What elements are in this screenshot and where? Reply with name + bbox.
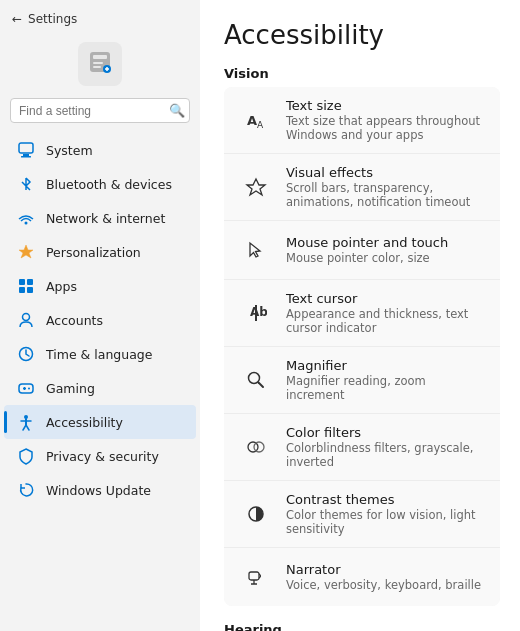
settings-item-text-cursor[interactable]: Ab Text cursor Appearance and thickness,… bbox=[224, 280, 500, 347]
sidebar-item-network[interactable]: Network & internet bbox=[4, 201, 196, 235]
apps-icon bbox=[16, 276, 36, 296]
section-hearing: Hearing Audio Mono audio, audio notifica… bbox=[224, 622, 500, 631]
svg-point-34 bbox=[254, 442, 264, 452]
item-text-text-cursor: Text cursor Appearance and thickness, te… bbox=[286, 291, 486, 335]
sidebar-item-system[interactable]: System bbox=[4, 133, 196, 167]
item-text-narrator: Narrator Voice, verbosity, keyboard, bra… bbox=[286, 562, 481, 592]
svg-point-15 bbox=[23, 314, 30, 321]
item-text-visual-effects: Visual effects Scroll bars, transparency… bbox=[286, 165, 486, 209]
visual-effects-icon bbox=[238, 169, 274, 205]
section-label-vision: Vision bbox=[224, 66, 500, 81]
svg-rect-3 bbox=[93, 66, 101, 68]
settings-item-mouse-pointer[interactable]: Mouse pointer and touch Mouse pointer co… bbox=[224, 221, 500, 280]
svg-point-20 bbox=[28, 388, 30, 390]
sidebar-item-time[interactable]: Time & language bbox=[4, 337, 196, 371]
item-desc-text-size: Text size that appears throughout Window… bbox=[286, 114, 486, 142]
item-title-visual-effects: Visual effects bbox=[286, 165, 486, 180]
page-title: Accessibility bbox=[224, 20, 500, 50]
sidebar-item-label: Network & internet bbox=[46, 211, 165, 226]
sidebar-item-gaming[interactable]: Gaming bbox=[4, 371, 196, 405]
update-icon bbox=[16, 480, 36, 500]
avatar-icon bbox=[85, 49, 115, 79]
svg-rect-36 bbox=[249, 572, 259, 580]
nav-list: System Bluetooth & devices Network & int… bbox=[0, 133, 200, 507]
sidebar-item-label: Apps bbox=[46, 279, 77, 294]
settings-item-narrator[interactable]: Narrator Voice, verbosity, keyboard, bra… bbox=[224, 548, 500, 606]
svg-marker-28 bbox=[247, 179, 265, 195]
settings-item-magnifier[interactable]: Magnifier Magnifier reading, zoom increm… bbox=[224, 347, 500, 414]
search-input[interactable] bbox=[19, 104, 169, 118]
settings-item-contrast-themes[interactable]: Contrast themes Color themes for low vis… bbox=[224, 481, 500, 548]
contrast-themes-icon bbox=[238, 496, 274, 532]
sidebar-item-apps[interactable]: Apps bbox=[4, 269, 196, 303]
section-label-hearing: Hearing bbox=[224, 622, 500, 631]
svg-point-10 bbox=[25, 222, 28, 225]
sidebar-item-personalization[interactable]: Personalization bbox=[4, 235, 196, 269]
item-text-color-filters: Color filters Colorblindness filters, gr… bbox=[286, 425, 486, 469]
sidebar-item-label: Time & language bbox=[46, 347, 152, 362]
item-desc-contrast-themes: Color themes for low vision, light sensi… bbox=[286, 508, 486, 536]
svg-rect-13 bbox=[19, 287, 25, 293]
sidebar-item-bluetooth[interactable]: Bluetooth & devices bbox=[4, 167, 196, 201]
svg-line-24 bbox=[23, 425, 26, 430]
sidebar-item-label: Accessibility bbox=[46, 415, 123, 430]
item-desc-narrator: Voice, verbosity, keyboard, braille bbox=[286, 578, 481, 592]
back-nav[interactable]: ← Settings bbox=[0, 8, 200, 34]
sections-container: Vision AA Text size Text size that appea… bbox=[224, 66, 500, 631]
item-desc-color-filters: Colorblindness filters, grayscale, inver… bbox=[286, 441, 486, 469]
sidebar-item-label: Accounts bbox=[46, 313, 103, 328]
main-content: Accessibility Vision AA Text size Text s… bbox=[200, 0, 520, 631]
svg-rect-1 bbox=[93, 55, 107, 59]
item-title-text-size: Text size bbox=[286, 98, 486, 113]
sidebar-item-label: Bluetooth & devices bbox=[46, 177, 172, 192]
item-title-color-filters: Color filters bbox=[286, 425, 486, 440]
accounts-icon bbox=[16, 310, 36, 330]
sidebar-item-label: Windows Update bbox=[46, 483, 151, 498]
search-container[interactable]: 🔍 bbox=[10, 98, 190, 123]
svg-text:A: A bbox=[257, 120, 264, 130]
network-icon bbox=[16, 208, 36, 228]
sidebar: ← Settings 🔍 System Bluetooth & devices … bbox=[0, 0, 200, 631]
color-filters-icon bbox=[238, 429, 274, 465]
sidebar-item-label: System bbox=[46, 143, 93, 158]
svg-rect-9 bbox=[21, 156, 31, 158]
svg-text:A: A bbox=[247, 113, 257, 128]
sidebar-item-windows-update[interactable]: Windows Update bbox=[4, 473, 196, 507]
narrator-icon bbox=[238, 559, 274, 595]
svg-text:Ab: Ab bbox=[250, 305, 267, 319]
item-desc-magnifier: Magnifier reading, zoom increment bbox=[286, 374, 486, 402]
text-size-icon: AA bbox=[238, 102, 274, 138]
svg-point-33 bbox=[248, 442, 258, 452]
svg-rect-8 bbox=[23, 154, 29, 156]
settings-item-text-size[interactable]: AA Text size Text size that appears thro… bbox=[224, 87, 500, 154]
sidebar-item-privacy[interactable]: Privacy & security bbox=[4, 439, 196, 473]
settings-item-visual-effects[interactable]: Visual effects Scroll bars, transparency… bbox=[224, 154, 500, 221]
avatar bbox=[78, 42, 122, 86]
sidebar-item-accounts[interactable]: Accounts bbox=[4, 303, 196, 337]
back-label: Settings bbox=[28, 12, 77, 26]
sidebar-item-label: Gaming bbox=[46, 381, 95, 396]
search-icon[interactable]: 🔍 bbox=[169, 103, 185, 118]
bluetooth-icon bbox=[16, 174, 36, 194]
svg-rect-2 bbox=[93, 62, 103, 64]
item-title-contrast-themes: Contrast themes bbox=[286, 492, 486, 507]
item-desc-text-cursor: Appearance and thickness, text cursor in… bbox=[286, 307, 486, 335]
settings-item-color-filters[interactable]: Color filters Colorblindness filters, gr… bbox=[224, 414, 500, 481]
avatar-container bbox=[0, 34, 200, 98]
personalization-icon bbox=[16, 242, 36, 262]
item-desc-mouse-pointer: Mouse pointer color, size bbox=[286, 251, 448, 265]
mouse-pointer-icon bbox=[238, 232, 274, 268]
svg-rect-7 bbox=[19, 143, 33, 153]
svg-rect-11 bbox=[19, 279, 25, 285]
sidebar-item-label: Privacy & security bbox=[46, 449, 159, 464]
svg-line-25 bbox=[26, 425, 29, 430]
item-text-mouse-pointer: Mouse pointer and touch Mouse pointer co… bbox=[286, 235, 448, 265]
sidebar-item-label: Personalization bbox=[46, 245, 141, 260]
system-icon bbox=[16, 140, 36, 160]
magnifier-icon bbox=[238, 362, 274, 398]
sidebar-item-accessibility[interactable]: Accessibility bbox=[4, 405, 196, 439]
svg-line-32 bbox=[259, 383, 264, 388]
gaming-icon bbox=[16, 378, 36, 398]
item-title-mouse-pointer: Mouse pointer and touch bbox=[286, 235, 448, 250]
item-text-text-size: Text size Text size that appears through… bbox=[286, 98, 486, 142]
